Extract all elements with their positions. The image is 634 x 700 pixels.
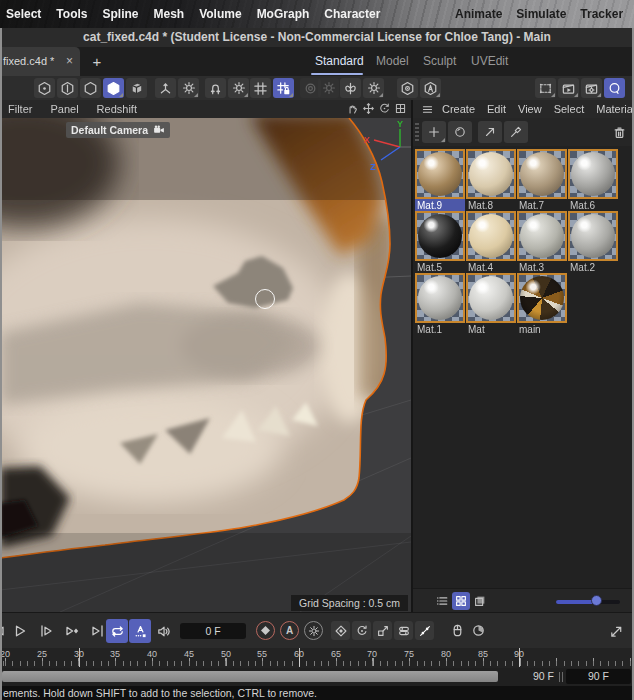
list-view-button[interactable]: [433, 592, 451, 610]
material-menu-create[interactable]: Create: [442, 100, 475, 118]
pla-key-button[interactable]: [415, 621, 434, 640]
material-thumbnail[interactable]: [466, 149, 516, 199]
tweak-settings-gear-icon[interactable]: [178, 78, 199, 98]
material-thumbnail[interactable]: [517, 211, 567, 261]
camera-label-chip[interactable]: Default Camera: [66, 122, 170, 138]
material-mat6[interactable]: Mat.6: [568, 149, 618, 212]
material-mat7[interactable]: Mat.7: [517, 149, 567, 212]
scale-key-button[interactable]: [373, 621, 392, 640]
loop-playback-button[interactable]: [106, 619, 128, 643]
viewport[interactable]: Y X Z Default Camera Grid Spacing : 0.5 …: [0, 118, 411, 612]
material-thumbnail[interactable]: [415, 273, 465, 323]
workplane-button[interactable]: [250, 78, 271, 98]
delete-material-button[interactable]: [607, 121, 631, 143]
document-tab[interactable]: fixed.c4d * ×: [0, 47, 80, 76]
material-main[interactable]: main: [517, 273, 567, 336]
material-mat2[interactable]: Mat.2: [568, 211, 618, 274]
material-name[interactable]: main: [517, 323, 567, 336]
symmetry-gear-icon[interactable]: [363, 78, 384, 98]
layer-view-button[interactable]: [471, 592, 489, 610]
polygon-mode-button[interactable]: [80, 78, 101, 98]
thumbnail-size-slider[interactable]: [556, 600, 620, 604]
material-name[interactable]: Mat.1: [415, 323, 465, 336]
play-mode-button[interactable]: [129, 619, 151, 643]
icon-view-button[interactable]: [452, 592, 470, 610]
material-thumbnail[interactable]: [517, 273, 567, 323]
end-frame-field[interactable]: 90 F: [566, 669, 631, 684]
snap-button[interactable]: [205, 78, 226, 98]
menu-character[interactable]: Character: [324, 7, 380, 21]
render-view-button[interactable]: [558, 78, 579, 98]
material-thumbnail[interactable]: [568, 211, 618, 261]
position-key-button[interactable]: [331, 621, 350, 640]
render-settings-button[interactable]: [581, 78, 602, 98]
render-region-button[interactable]: [535, 78, 556, 98]
menu-simulate[interactable]: Simulate: [516, 7, 566, 21]
snap-settings-gear-icon[interactable]: [228, 78, 249, 98]
move-camera-icon[interactable]: [362, 102, 375, 115]
menu-select[interactable]: Select: [6, 7, 41, 21]
play-next-frame-button[interactable]: [34, 619, 58, 643]
material-menu-select[interactable]: Select: [554, 100, 585, 118]
pan-hand-icon[interactable]: [346, 102, 359, 115]
material-thumbnail[interactable]: [415, 211, 465, 261]
material-name[interactable]: Mat.2: [568, 261, 618, 274]
add-tab-button[interactable]: +: [88, 47, 106, 76]
material-menu-edit[interactable]: Edit: [487, 100, 506, 118]
new-material-ball-button[interactable]: [448, 121, 472, 143]
symmetry-button[interactable]: [340, 78, 361, 98]
parameter-key-button[interactable]: [394, 621, 413, 640]
material-mat8[interactable]: Mat.8: [466, 149, 516, 212]
material-menu-view[interactable]: View: [518, 100, 542, 118]
tab-sculpt[interactable]: Sculpt: [423, 47, 456, 76]
viewport-solo-button[interactable]: [397, 78, 418, 98]
keyframe-mouse-button[interactable]: [448, 621, 467, 640]
material-mat[interactable]: Mat: [466, 273, 516, 336]
current-frame-field[interactable]: 0 F: [180, 623, 246, 639]
auto-mode-button[interactable]: [420, 78, 441, 98]
material-thumbnail[interactable]: [415, 149, 465, 199]
menu-spline[interactable]: Spline: [102, 7, 138, 21]
keyframe-selection-button[interactable]: [469, 621, 488, 640]
edge-mode-button[interactable]: [57, 78, 78, 98]
preview-range-bar[interactable]: [2, 671, 498, 682]
material-thumbnail[interactable]: [466, 273, 516, 323]
viewport-menu-panel[interactable]: Panel: [50, 100, 78, 118]
eyedropper-button[interactable]: [504, 121, 528, 143]
menu-volume[interactable]: Volume: [199, 7, 241, 21]
material-thumbnail[interactable]: [517, 149, 567, 199]
material-name[interactable]: Mat: [466, 323, 516, 336]
close-tab-icon[interactable]: ×: [66, 47, 73, 76]
material-menu-material[interactable]: Material: [596, 100, 634, 118]
lock-workplane-button[interactable]: [273, 78, 294, 98]
texture-axis-mode-button[interactable]: [126, 78, 147, 98]
material-mat1[interactable]: Mat.1: [415, 273, 465, 336]
model-mode-button[interactable]: [103, 78, 124, 98]
drag-handle[interactable]: [415, 123, 419, 141]
material-burger-icon[interactable]: [421, 103, 434, 116]
tab-model[interactable]: Model: [376, 47, 409, 76]
sound-toggle-button[interactable]: [152, 619, 174, 643]
menu-mesh[interactable]: Mesh: [153, 7, 184, 21]
record-keyframe-button[interactable]: [256, 621, 275, 640]
menu-mograph[interactable]: MoGraph: [257, 7, 310, 21]
menu-animate[interactable]: Animate: [455, 7, 502, 21]
range-grip[interactable]: [559, 672, 564, 682]
material-mat4[interactable]: Mat.4: [466, 211, 516, 274]
interactive-render-button[interactable]: [604, 78, 625, 98]
timeline-ruler[interactable]: 20 25 30 35 40 45 50 55 60 65 70 75 80 8…: [0, 648, 634, 668]
toggle-quad-view-icon[interactable]: [394, 102, 407, 115]
next-key-button[interactable]: [60, 619, 84, 643]
play-button[interactable]: [8, 619, 32, 643]
tab-uvedit[interactable]: UVEdit: [471, 47, 508, 76]
points-mode-button[interactable]: [34, 78, 55, 98]
tweak-mode-button[interactable]: [155, 78, 176, 98]
rotation-key-button[interactable]: [352, 621, 371, 640]
add-material-button[interactable]: [422, 121, 446, 143]
material-thumbnail[interactable]: [466, 211, 516, 261]
orbit-camera-icon[interactable]: [378, 102, 391, 115]
material-mat3[interactable]: Mat.3: [517, 211, 567, 274]
autokeying-button[interactable]: A: [280, 621, 299, 640]
slider-handle[interactable]: [591, 595, 602, 606]
tab-standard[interactable]: Standard: [315, 47, 364, 76]
